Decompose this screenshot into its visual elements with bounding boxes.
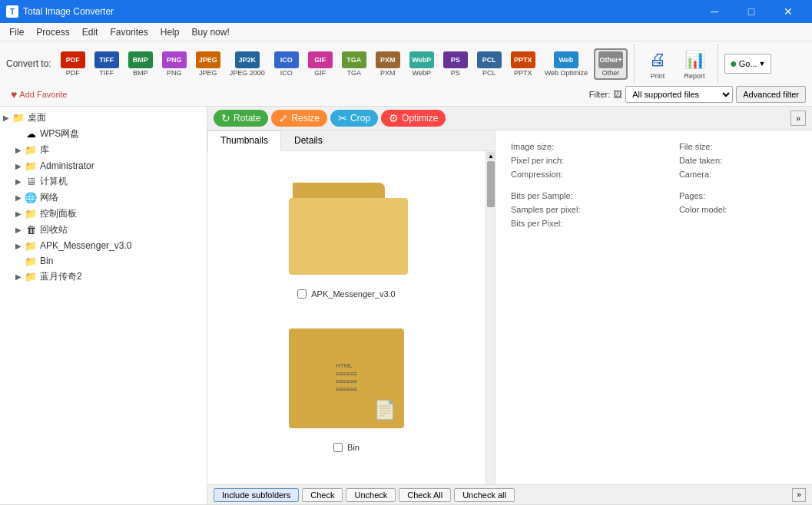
ico-icon: ICO (274, 51, 299, 68)
format-tiff[interactable]: TIFF TIFF (91, 50, 122, 78)
jp2-icon: JP2K (235, 51, 260, 68)
format-pcl[interactable]: PCL PCL (474, 50, 505, 78)
check-all-button[interactable]: Check All (399, 488, 451, 502)
titlebar: T Total Image Converter ─ □ ✕ (0, 0, 812, 23)
format-tga[interactable]: TGA TGA (339, 50, 370, 78)
menu-process[interactable]: Process (30, 25, 75, 39)
menu-help[interactable]: Help (154, 25, 186, 39)
tree-item-lanyue[interactable]: ▶ 📁 蓝月传奇2 (12, 269, 207, 285)
tree-arrow: ▶ (15, 210, 25, 218)
report-button[interactable]: 📊 Report (678, 46, 711, 81)
ps-icon: PS (443, 51, 468, 68)
folder-icon: 📁 (25, 255, 37, 267)
thumb-checkbox-bin[interactable] (333, 443, 343, 452)
tree-item-wps[interactable]: ☁ WPS网盘 (12, 126, 207, 142)
folder-icon: 📁 (12, 112, 25, 124)
thumbnail-scroll: APK_Messenger_v3.0 HTML≡≡≡≡≡≡≡≡≡≡≡≡≡≡≡≡≡… (207, 151, 486, 484)
menu-file[interactable]: File (3, 25, 30, 39)
tab-thumbnails[interactable]: Thumbnails (207, 130, 281, 151)
list-item[interactable]: HTML≡≡≡≡≡≡≡≡≡≡≡≡≡≡≡≡≡≡ 📄 Bin (214, 311, 479, 458)
tree-item-recycle[interactable]: ▶ 🗑 回收站 (12, 222, 207, 238)
include-subfolders-button[interactable]: Include subfolders (214, 488, 299, 502)
jpeg-icon: JPEG (196, 51, 220, 68)
format-other[interactable]: Other+ Other (594, 48, 628, 80)
tree-item-desktop[interactable]: ▶ 📁 桌面 (0, 110, 207, 126)
compression-label: Compression: (508, 167, 663, 181)
filter-select[interactable]: All supported files (625, 86, 733, 103)
tree-item-computer[interactable]: ▶ 🖥 计算机 (12, 173, 207, 190)
uncheck-all-button[interactable]: Uncheck all (454, 488, 515, 502)
format-gif[interactable]: GIF GIF (305, 50, 336, 78)
folder-body (289, 198, 408, 275)
format-bmp[interactable]: BMP BMP (125, 50, 156, 78)
pptx-icon: PPTX (511, 51, 535, 68)
tree-item-controlpanel[interactable]: ▶ 📁 控制面板 (12, 206, 207, 222)
folder-icon: 📁 (25, 208, 37, 220)
crop-icon: ✂ (338, 112, 347, 124)
format-ps[interactable]: PS PS (440, 50, 471, 78)
content-area: Thumbnails Details (207, 130, 812, 484)
image-size-label: Image size: (508, 140, 663, 153)
format-pxm[interactable]: PXM PXM (373, 50, 403, 78)
rotate-button[interactable]: ↻ Rotate (214, 110, 268, 127)
action-bar: ↻ Rotate ⤢ Resize ✂ Crop ⚙ Optimize » (207, 107, 812, 130)
maximize-button[interactable]: □ (734, 0, 769, 23)
folder-icon: 📁 (25, 239, 37, 252)
check-button[interactable]: Check (302, 488, 343, 502)
tree-item-network[interactable]: ▶ 🌐 网络 (12, 190, 207, 206)
uncheck-button[interactable]: Uncheck (346, 488, 396, 502)
thumb-checkbox-area: APK_Messenger_v3.0 (297, 289, 395, 299)
rotate-icon: ↻ (221, 112, 230, 124)
cloud-icon: ☁ (25, 128, 37, 140)
format-ico[interactable]: ICO ICO (271, 50, 302, 78)
format-webp[interactable]: WebP WebP (406, 50, 437, 78)
format-png[interactable]: PNG PNG (159, 50, 190, 78)
compression-value (663, 167, 675, 181)
app-title: Total Image Converter (23, 6, 114, 17)
thumb-image-container: HTML≡≡≡≡≡≡≡≡≡≡≡≡≡≡≡≡≡≡ 📄 (277, 317, 416, 440)
network-icon: 🌐 (25, 192, 37, 204)
tree-item-bin[interactable]: 📁 Bin (12, 253, 207, 269)
tree-item-administrator[interactable]: ▶ 📁 Administrator (12, 158, 207, 173)
menubar: File Process Edit Favorites Help Buy now… (0, 23, 812, 41)
png-icon: PNG (162, 51, 187, 68)
format-pdf[interactable]: PDF PDF (58, 50, 88, 78)
scroll-track[interactable]: ▲ (486, 151, 495, 484)
folder-icon: 📁 (25, 160, 37, 172)
resize-button[interactable]: ⤢ Resize (271, 110, 327, 127)
expand-actionbar-button[interactable]: » (790, 111, 806, 126)
tree-item-lib[interactable]: ▶ 📁 库 (12, 142, 207, 158)
tree-item-apk[interactable]: ▶ 📁 APK_Messenger_v3.0 (12, 238, 207, 253)
advanced-filter-button[interactable]: Advanced filter (736, 86, 806, 103)
scroll-thumb[interactable] (487, 161, 495, 207)
format-webopt[interactable]: Web Web Optimize (542, 50, 591, 78)
format-pptx[interactable]: PPTX PPTX (508, 50, 539, 78)
print-button[interactable]: 🖨 Print (641, 46, 674, 81)
color-model-value (787, 203, 800, 216)
list-item[interactable]: APK_Messenger_v3.0 (214, 157, 479, 305)
optimize-button[interactable]: ⚙ Optimize (381, 110, 446, 127)
menu-favorites[interactable]: Favorites (104, 25, 154, 39)
tab-details[interactable]: Details (281, 130, 336, 150)
menu-buynow[interactable]: Buy now! (185, 25, 235, 39)
thumb-name-bin: Bin (347, 443, 360, 452)
thumb-checkbox-apk[interactable] (297, 289, 307, 299)
bottom-bar: Include subfolders Check Uncheck Check A… (207, 484, 812, 504)
crop-button[interactable]: ✂ Crop (330, 110, 378, 127)
close-button[interactable]: ✕ (771, 0, 806, 23)
menu-edit[interactable]: Edit (76, 25, 104, 39)
pxm-icon: PXM (376, 51, 400, 68)
main-area: ▶ 📁 桌面 ☁ WPS网盘 ▶ 📁 库 ▶ 📁 Administrator ▶… (0, 107, 812, 504)
tree-arrow: ▶ (15, 272, 25, 281)
format-jpeg[interactable]: JPEG JPEG (193, 50, 224, 78)
expand-bottom-button[interactable]: » (792, 488, 806, 502)
thumb-checkbox-area: Bin (333, 443, 360, 452)
bits-per-sample-label: Bits per Sample: (508, 189, 663, 203)
add-favorite-button[interactable]: ♥ Add Favorite (6, 86, 72, 103)
folder-icon: 📁 (25, 144, 37, 157)
minimize-button[interactable]: ─ (697, 0, 732, 23)
format-jp2[interactable]: JP2K JPEG 2000 (227, 50, 268, 78)
go-dropdown[interactable]: ● Go... ▼ (724, 54, 771, 74)
date-taken-label: Date taken: (676, 153, 787, 167)
trash-icon: 🗑 (25, 224, 37, 236)
